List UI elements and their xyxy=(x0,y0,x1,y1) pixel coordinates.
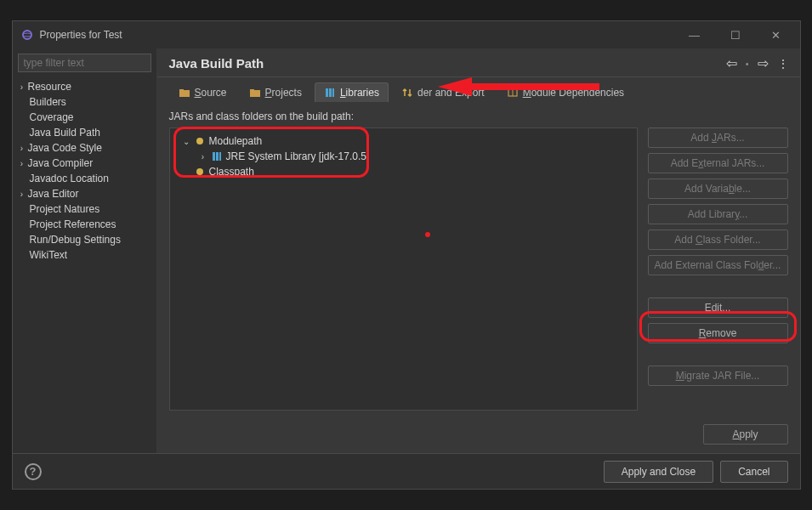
library-icon xyxy=(324,88,336,98)
sidebar: ›Resource Builders Coverage Java Build P… xyxy=(13,48,157,453)
migrate-jar-button[interactable]: Migrate JAR File... xyxy=(648,366,788,386)
svg-rect-5 xyxy=(250,89,254,92)
subheading: JARs and class folders on the build path… xyxy=(157,102,800,128)
chevron-right-icon: › xyxy=(18,190,26,199)
jar-list-panel: ⌄ Modulepath › JRE System Library [jdk-1… xyxy=(169,128,638,411)
source-folder-icon xyxy=(179,88,190,98)
tab-projects[interactable]: Projects xyxy=(240,82,311,102)
back-arrow-icon[interactable]: ⇦ xyxy=(726,55,737,71)
module-icon xyxy=(507,88,519,98)
chevron-right-icon: › xyxy=(18,82,26,92)
tree-item-java-compiler[interactable]: ›Java Compiler xyxy=(13,156,156,171)
tree-item-project-natures[interactable]: Project Natures xyxy=(13,201,156,217)
help-icon[interactable]: ? xyxy=(25,463,42,480)
nav-sep: • xyxy=(746,59,749,69)
tree-item-java-code-style[interactable]: ›Java Code Style xyxy=(13,140,156,156)
tab-libraries[interactable]: Libraries xyxy=(315,82,389,102)
forward-arrow-icon[interactable]: ⇨ xyxy=(758,55,769,71)
svg-point-12 xyxy=(196,138,203,144)
close-button[interactable]: ✕ xyxy=(761,26,792,43)
maximize-button[interactable]: ☐ xyxy=(720,26,751,43)
minimize-button[interactable]: — xyxy=(679,26,710,43)
tree-item-run-debug[interactable]: Run/Debug Settings xyxy=(13,232,156,247)
tree-item-builders[interactable]: Builders xyxy=(13,94,156,110)
add-variable-button[interactable]: Add Variable... xyxy=(648,178,788,199)
svg-point-16 xyxy=(196,168,203,175)
svg-rect-8 xyxy=(332,88,334,97)
category-tree: ›Resource Builders Coverage Java Build P… xyxy=(13,77,156,453)
kebab-menu-icon[interactable]: ⋮ xyxy=(777,57,788,71)
tab-module-deps[interactable]: Module Dependencies xyxy=(497,82,633,102)
tree-item-resource[interactable]: ›Resource xyxy=(13,79,156,94)
add-class-folder-button[interactable]: Add Class Folder... xyxy=(648,230,788,250)
tree-item-java-editor[interactable]: ›Java Editor xyxy=(13,186,156,201)
add-external-class-folder-button[interactable]: Add External Class Folder... xyxy=(648,255,788,275)
add-external-jars-button[interactable]: Add External JARs... xyxy=(648,153,788,173)
chevron-right-icon: › xyxy=(18,144,26,153)
chevron-right-icon: › xyxy=(199,152,207,162)
chevron-right-icon: › xyxy=(18,159,26,168)
tab-bar: Source Projects Libraries der and Export… xyxy=(157,77,800,102)
library-icon xyxy=(211,151,223,162)
tab-order-export[interactable]: der and Export xyxy=(392,82,494,102)
svg-rect-7 xyxy=(329,88,332,97)
svg-rect-3 xyxy=(179,89,184,92)
svg-point-1 xyxy=(23,33,31,37)
svg-point-0 xyxy=(23,31,31,39)
window-title: Properties for Test xyxy=(40,29,122,41)
button-column: Add JARs... Add External JARs... Add Var… xyxy=(648,128,788,411)
chevron-down-icon: ⌄ xyxy=(182,137,190,146)
filter-input[interactable] xyxy=(18,54,151,72)
window-controls: — ☐ ✕ xyxy=(679,26,792,43)
svg-rect-13 xyxy=(213,152,215,161)
tree-item-wikitext[interactable]: WikiText xyxy=(13,247,156,263)
add-jars-button[interactable]: Add JARs... xyxy=(648,128,788,148)
modulepath-icon xyxy=(194,136,206,146)
page-title: Java Build Path xyxy=(169,56,264,71)
properties-dialog: Properties for Test — ☐ ✕ ›Resource Buil… xyxy=(12,20,801,490)
jre-library-node[interactable]: › JRE System Library [jdk-17.0.5] xyxy=(170,149,637,164)
add-library-button[interactable]: Add Library... xyxy=(648,204,788,224)
edit-button[interactable]: Edit... xyxy=(648,298,788,318)
eclipse-icon xyxy=(21,29,33,41)
cancel-button[interactable]: Cancel xyxy=(720,461,787,483)
main-panel: Java Build Path ⇦ • ⇨ ⋮ Source Projects xyxy=(157,48,800,453)
dialog-footer: ? Apply and Close Cancel xyxy=(13,453,800,489)
remove-button[interactable]: Remove xyxy=(648,323,788,343)
svg-rect-15 xyxy=(219,152,221,161)
tab-source[interactable]: Source xyxy=(169,82,236,102)
svg-rect-14 xyxy=(216,152,219,161)
order-icon xyxy=(401,88,413,98)
classpath-node[interactable]: Classpath xyxy=(170,164,637,179)
tree-item-java-build-path[interactable]: Java Build Path xyxy=(13,125,156,140)
apply-button[interactable]: Apply xyxy=(703,424,788,445)
modulepath-node[interactable]: ⌄ Modulepath xyxy=(170,133,637,149)
tree-item-project-references[interactable]: Project References xyxy=(13,217,156,232)
svg-rect-6 xyxy=(326,88,328,97)
tree-item-coverage[interactable]: Coverage xyxy=(13,110,156,125)
classpath-icon xyxy=(194,167,206,177)
apply-and-close-button[interactable]: Apply and Close xyxy=(604,461,713,483)
titlebar: Properties for Test — ☐ ✕ xyxy=(13,21,800,48)
projects-folder-icon xyxy=(249,88,261,98)
tree-item-javadoc-location[interactable]: Javadoc Location xyxy=(13,171,156,186)
annotation-dot xyxy=(425,232,430,237)
